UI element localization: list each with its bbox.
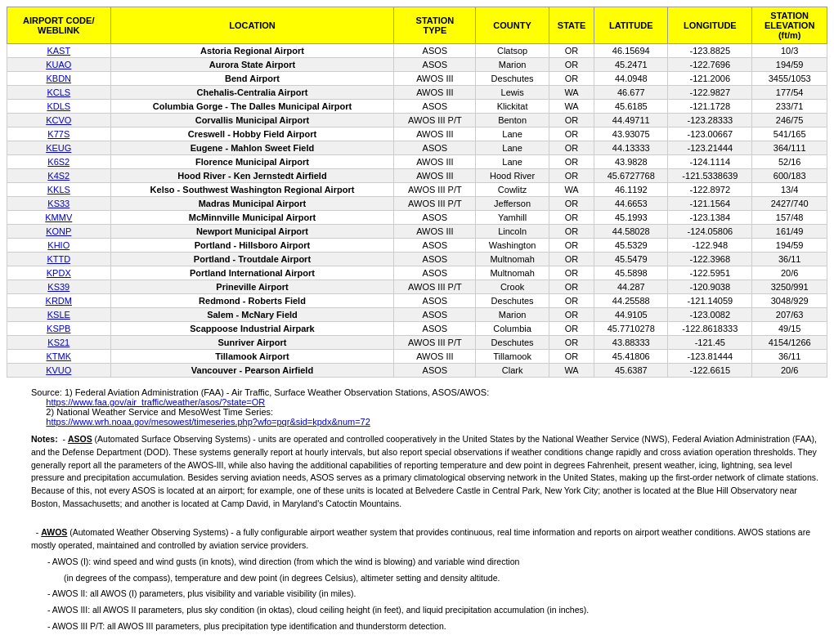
state-cell: WA (549, 86, 594, 100)
airport-code-cell[interactable]: KTTD (7, 253, 111, 266)
header-state: STATE (549, 7, 594, 44)
airport-code-cell[interactable]: KPDX (7, 266, 111, 280)
airport-code-cell[interactable]: KS39 (7, 280, 111, 294)
state-cell: OR (549, 141, 594, 155)
county-cell: Lane (476, 141, 549, 155)
airport-code-cell[interactable]: KHIO (7, 239, 111, 253)
airport-code-cell[interactable]: KONP (7, 225, 111, 239)
location-cell: McMinnville Municipal Airport (110, 211, 394, 225)
station-type-cell: ASOS (394, 322, 476, 336)
airport-code-cell[interactable]: K6S2 (7, 155, 111, 169)
county-cell: Lane (476, 155, 549, 169)
station-type-cell: ASOS (394, 239, 476, 253)
station-type-cell: AWOS III P/T (394, 114, 476, 127)
station-type-cell: ASOS (394, 308, 476, 322)
airport-code-cell[interactable]: K4S2 (7, 169, 111, 183)
county-cell: Clark (476, 364, 549, 378)
elevation-cell: 2427/740 (752, 197, 827, 211)
elevation-cell: 3048/929 (752, 294, 827, 308)
awos-item: - AWOS III P/T: all AWOS III parameters,… (31, 620, 827, 633)
county-cell: Multnomah (476, 253, 549, 266)
table-row: KRDMRedmond - Roberts FieldASOSDeschutes… (7, 294, 827, 308)
table-row: KS39Prineville AirportAWOS III P/TCrookO… (7, 280, 827, 294)
elevation-cell: 3250/991 (752, 280, 827, 294)
airport-code-cell[interactable]: KS33 (7, 197, 111, 211)
elevation-cell: 177/54 (752, 86, 827, 100)
table-row: KVUOVancouver - Pearson AirfieldASOSClar… (7, 364, 827, 378)
table-row: KCLSChehalis-Centralia AirportAWOS IIILe… (7, 86, 827, 100)
state-cell: OR (549, 127, 594, 141)
airport-code-cell[interactable]: KSLE (7, 308, 111, 322)
station-type-cell: AWOS III (394, 169, 476, 183)
location-cell: Aurora State Airport (110, 58, 394, 72)
airport-code-cell[interactable]: KEUG (7, 141, 111, 155)
latitude-cell: 45.1993 (594, 211, 668, 225)
airport-code-cell[interactable]: KS21 (7, 336, 111, 350)
location-cell: Portland International Airport (110, 266, 394, 280)
longitude-cell: -123.21444 (668, 141, 752, 155)
longitude-cell: -123.8825 (668, 44, 752, 58)
table-row: KBDNBend AirportAWOS IIIDeschutesOR44.09… (7, 72, 827, 86)
airport-code-cell[interactable]: KDLS (7, 100, 111, 114)
county-cell: Yamhill (476, 211, 549, 225)
airport-code-cell[interactable]: KCLS (7, 86, 111, 100)
state-cell: OR (549, 225, 594, 239)
latitude-cell: 43.9828 (594, 155, 668, 169)
latitude-cell: 45.5329 (594, 239, 668, 253)
table-row: KS33Madras Municipal AirportAWOS III P/T… (7, 197, 827, 211)
table-row: KONPNewport Municipal AirportAWOS IIILin… (7, 225, 827, 239)
longitude-cell: -121.45 (668, 336, 752, 350)
table-row: KHIOPortland - Hillsboro AirportASOSWash… (7, 239, 827, 253)
airport-code-cell[interactable]: KCVO (7, 114, 111, 127)
latitude-cell: 43.93075 (594, 127, 668, 141)
longitude-cell: -122.8618333 (668, 322, 752, 336)
airport-code-cell[interactable]: K77S (7, 127, 111, 141)
airport-code-cell[interactable]: KUAO (7, 58, 111, 72)
longitude-cell: -121.2006 (668, 72, 752, 86)
elevation-cell: 20/6 (752, 266, 827, 280)
elevation-cell: 364/111 (752, 141, 827, 155)
source-link1[interactable]: https://www.faa.gov/air_traffic/weather/… (46, 397, 265, 407)
table-row: K4S2Hood River - Ken Jernstedt AirfieldA… (7, 169, 827, 183)
longitude-cell: -121.5338639 (668, 169, 752, 183)
elevation-cell: 4154/1266 (752, 336, 827, 350)
longitude-cell: -122.9827 (668, 86, 752, 100)
station-type-cell: ASOS (394, 44, 476, 58)
station-type-cell: AWOS III P/T (394, 183, 476, 197)
awos-full: Automated Weather Observing Systems (73, 527, 226, 537)
latitude-cell: 43.88333 (594, 336, 668, 350)
airport-code-cell[interactable]: KBDN (7, 72, 111, 86)
latitude-cell: 45.6727768 (594, 169, 668, 183)
header-location: LOCATION (110, 7, 394, 44)
header-county: COUNTY (476, 7, 549, 44)
airport-code-cell[interactable]: KKLS (7, 183, 111, 197)
latitude-cell: 44.49711 (594, 114, 668, 127)
header-airport-code: AIRPORT CODE/WEBLINK (7, 7, 111, 44)
airport-code-cell[interactable]: KVUO (7, 364, 111, 378)
source-label: Source: (31, 387, 62, 397)
elevation-cell: 194/59 (752, 58, 827, 72)
airport-code-cell[interactable]: KTMK (7, 350, 111, 364)
airport-table: AIRPORT CODE/WEBLINK LOCATION STATIONTYP… (7, 7, 827, 378)
airport-code-cell[interactable]: KAST (7, 44, 111, 58)
source-link2[interactable]: https://www.wrh.noaa.gov/mesowest/timese… (46, 417, 370, 427)
latitude-cell: 46.677 (594, 86, 668, 100)
longitude-cell: -121.1564 (668, 197, 752, 211)
table-row: KMMVMcMinnville Municipal AirportASOSYam… (7, 211, 827, 225)
latitude-cell: 44.58028 (594, 225, 668, 239)
state-cell: WA (549, 100, 594, 114)
state-cell: OR (549, 239, 594, 253)
station-type-cell: AWOS III (394, 225, 476, 239)
location-cell: Scappoose Industrial Airpark (110, 322, 394, 336)
airport-code-cell[interactable]: KRDM (7, 294, 111, 308)
station-type-cell: ASOS (394, 141, 476, 155)
county-cell: Lincoln (476, 225, 549, 239)
state-cell: WA (549, 364, 594, 378)
latitude-cell: 44.287 (594, 280, 668, 294)
airport-code-cell[interactable]: KMMV (7, 211, 111, 225)
latitude-cell: 45.41806 (594, 350, 668, 364)
elevation-cell: 207/63 (752, 308, 827, 322)
header-station-type: STATIONTYPE (394, 7, 476, 44)
airport-code-cell[interactable]: KSPB (7, 322, 111, 336)
source-item2: 2) National Weather Service and MesoWest… (46, 407, 273, 417)
